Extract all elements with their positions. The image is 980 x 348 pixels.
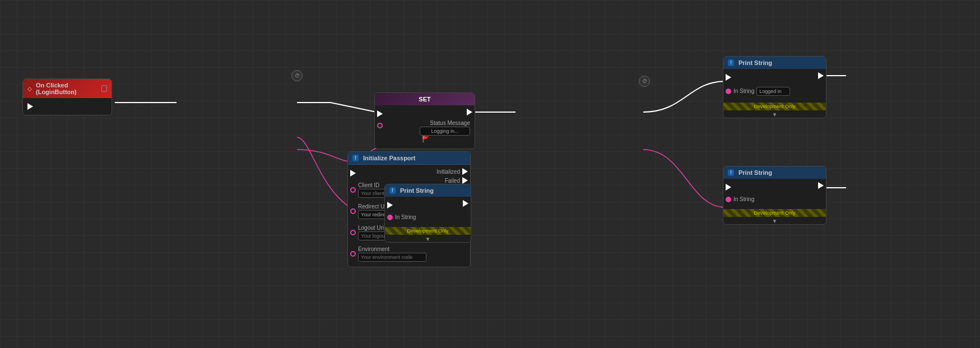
- node-print-string-2: f Print String In String Development Onl…: [723, 56, 826, 118]
- print1-exec-out: [461, 200, 468, 207]
- node-login-wrapper: f Login Use Cached Session Success: [515, 81, 644, 135]
- print2-exec-out: [816, 72, 824, 79]
- print1-title: Print String: [400, 187, 434, 194]
- set-status-in: [377, 123, 385, 128]
- print3-chevron: ▼: [723, 218, 826, 224]
- set-exec-out: [465, 109, 472, 115]
- print2-func-icon: f: [728, 59, 734, 66]
- print2-in-string-label: In String: [733, 88, 754, 94]
- print1-pins: In String: [385, 197, 471, 225]
- print3-header: f Print String: [723, 166, 826, 179]
- set-pins: Status Message 🚩: [375, 105, 475, 149]
- print3-pins: In String: [723, 179, 826, 207]
- failed-label: Failed: [445, 178, 460, 184]
- print2-in-string: In String: [726, 86, 790, 96]
- print3-title: Print String: [739, 169, 772, 176]
- print1-in-string-label: In String: [395, 214, 416, 220]
- print2-pins: In String: [723, 69, 826, 101]
- failed-pin-right: Failed: [445, 177, 468, 184]
- init-passport-header: f Initialize Passport: [348, 152, 470, 165]
- environment-input[interactable]: [358, 253, 426, 262]
- node-init-wrapper: f Initialize Passport Client ID: [174, 76, 297, 192]
- node-on-clicked: ◇ On Clicked (LoginButton): [22, 78, 112, 115]
- node-print-string-1: f Print String In String Development Onl…: [384, 184, 471, 243]
- print1-header: f Print String: [385, 184, 471, 197]
- node-print-string-3: f Print String In String Development Onl…: [723, 166, 826, 225]
- set-header: SET: [375, 93, 475, 105]
- set-exec-in: [377, 110, 385, 117]
- connections-canvas: [0, 0, 980, 348]
- print3-func-icon: f: [728, 169, 734, 176]
- print1-in-string: In String: [387, 214, 416, 220]
- print1-right: [458, 197, 471, 225]
- set-title: SET: [419, 96, 430, 103]
- exec-in-pin: [350, 170, 426, 177]
- environment-label: Environment: [358, 246, 426, 252]
- set-right-pins: Status Message 🚩: [415, 105, 475, 149]
- print3-dev-badge: Development Only: [723, 209, 826, 217]
- print2-left: In String: [723, 69, 792, 101]
- print2-title: Print String: [739, 59, 772, 66]
- print1-func-icon: f: [389, 187, 396, 194]
- print2-exec-in: [726, 74, 790, 81]
- print1-exec-in: [387, 202, 416, 208]
- print2-value-input[interactable]: [756, 87, 790, 96]
- on-clicked-exec-pin: [27, 103, 107, 110]
- print2-dev-badge: Development Only: [723, 103, 826, 110]
- init-passport-title: Initialize Passport: [363, 155, 416, 161]
- print3-exec-in: [726, 184, 754, 191]
- print3-left: In String: [723, 179, 756, 207]
- set-status-label: Status Message: [420, 120, 470, 126]
- on-clicked-header: ◇ On Clicked (LoginButton): [23, 79, 112, 98]
- print3-exec-out: [816, 182, 824, 189]
- print2-header: f Print String: [723, 57, 826, 69]
- print2-right: [814, 69, 826, 101]
- print2-chevron: ▼: [723, 112, 826, 118]
- node-set: SET Status Message 🚩: [374, 92, 475, 149]
- on-clicked-title: On Clicked (LoginButton): [36, 82, 99, 95]
- initialized-label: Initialized: [436, 169, 460, 175]
- on-clicked-body: [23, 98, 112, 115]
- environment-pin: Environment: [350, 246, 426, 262]
- initialized-pin: Initialized: [436, 168, 468, 175]
- print3-right: [814, 179, 826, 207]
- func-icon: f: [352, 155, 359, 161]
- set-status-input[interactable]: [420, 127, 470, 136]
- print1-chevron: ▼: [385, 236, 471, 242]
- init-clock-badge: ⏱: [291, 70, 303, 81]
- print3-in-string: In String: [726, 196, 754, 202]
- print1-dev-badge: Development Only: [385, 227, 471, 235]
- login-clock-badge: ⏱: [639, 76, 650, 87]
- print1-left: In String: [385, 197, 418, 225]
- set-left-pins: [375, 105, 387, 149]
- print3-in-string-label: In String: [733, 196, 754, 202]
